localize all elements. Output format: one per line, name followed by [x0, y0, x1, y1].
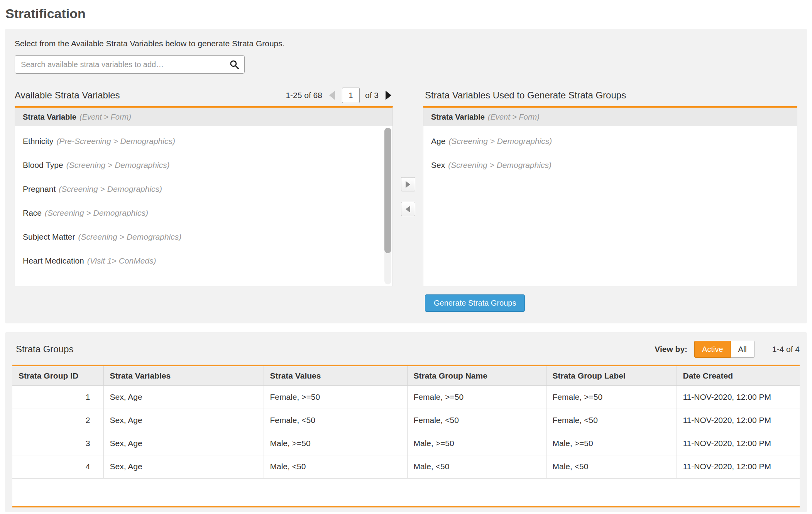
item-detail: (Pre-Screening > Demographics)	[56, 137, 175, 146]
view-by-toggle: Active All	[694, 341, 754, 358]
cell-group-id: 2	[12, 409, 103, 432]
move-right-button[interactable]	[401, 177, 415, 191]
selected-listbox: Strata Variable (Event > Form) Age (Scre…	[423, 106, 797, 286]
cell-strata-variables: Sex, Age	[103, 455, 264, 478]
search-input[interactable]	[15, 55, 245, 74]
selected-title: Strata Variables Used to Generate Strata…	[425, 90, 626, 101]
item-detail: (Screening > Demographics)	[448, 161, 551, 170]
view-active-button[interactable]: Active	[694, 341, 731, 358]
chevron-right-icon	[406, 181, 410, 188]
next-page-button[interactable]	[384, 89, 393, 101]
column-header: Strata Variables	[103, 366, 264, 386]
scrollbar-track[interactable]	[384, 128, 391, 284]
item-detail: (Screening > Demographics)	[59, 184, 162, 194]
search-icon[interactable]	[229, 59, 239, 69]
item-detail: (Screening > Demographics)	[448, 137, 552, 146]
item-name: Ethnicity	[23, 137, 53, 146]
item-name: Age	[431, 137, 445, 146]
cell-date-created: 11-NOV-2020, 12:00 PM	[677, 409, 800, 432]
selected-list: Age (Screening > Demographics) Sex (Scre…	[423, 126, 797, 177]
cell-group-id: 3	[12, 432, 103, 455]
table-row[interactable]: 1 Sex, Age Female, >=50 Female, >=50 Fem…	[12, 386, 800, 409]
list-header-name: Strata Variable	[431, 113, 485, 122]
strata-groups-table: Strata Group ID Strata Variables Strata …	[12, 365, 800, 507]
cell-date-created: 11-NOV-2020, 12:00 PM	[677, 386, 800, 409]
cell-date-created: 11-NOV-2020, 12:00 PM	[677, 455, 800, 478]
selected-list-header: Strata Variable (Event > Form)	[423, 108, 797, 126]
cell-group-name: Female, <50	[407, 409, 546, 432]
list-header-detail: (Event > Form)	[80, 113, 131, 122]
scrollbar-thumb[interactable]	[384, 128, 391, 253]
list-item[interactable]: Pregnant (Screening > Demographics)	[15, 177, 392, 201]
view-all-button[interactable]: All	[731, 341, 754, 358]
cell-strata-values: Female, >=50	[264, 386, 407, 409]
list-item[interactable]: Age (Screening > Demographics)	[423, 129, 797, 153]
cell-strata-values: Male, >=50	[264, 432, 407, 455]
instruction-text: Select from the Available Strata Variabl…	[15, 39, 797, 48]
chevron-left-icon	[406, 206, 410, 213]
column-header: Date Created	[677, 366, 800, 386]
column-header: Strata Group Label	[546, 366, 677, 386]
item-detail: (Visit 1> ConMeds)	[87, 256, 156, 265]
column-header: Strata Values	[264, 366, 407, 386]
column-header: Strata Group Name	[407, 366, 546, 386]
search-bar	[15, 55, 245, 74]
item-name: Pregnant	[23, 184, 56, 194]
cell-group-id: 1	[12, 386, 103, 409]
cell-group-label: Female, <50	[546, 409, 677, 432]
stratification-selector-panel: Select from the Available Strata Variabl…	[5, 29, 807, 323]
cell-group-name: Male, >=50	[407, 432, 546, 455]
list-item[interactable]: Race (Screening > Demographics)	[15, 201, 392, 225]
list-item[interactable]: Ethnicity (Pre-Screening > Demographics)	[15, 129, 392, 153]
strata-groups-panel: Strata Groups View by: Active All 1-4 of…	[5, 332, 807, 512]
list-item[interactable]: Heart Medication (Visit 1> ConMeds)	[15, 249, 392, 273]
list-header-detail: (Event > Form)	[488, 113, 540, 122]
page-title: Stratification	[5, 6, 812, 21]
transfer-columns: Available Strata Variables 1-25 of 68 of…	[15, 85, 797, 312]
item-name: Blood Type	[23, 161, 63, 170]
prev-page-button[interactable]	[328, 89, 337, 101]
item-name: Heart Medication	[23, 256, 84, 265]
groups-header: Strata Groups View by: Active All 1-4 of…	[16, 340, 800, 358]
cell-group-name: Female, >=50	[407, 386, 546, 409]
available-column: Available Strata Variables 1-25 of 68 of…	[15, 85, 393, 286]
cell-strata-values: Male, <50	[264, 455, 407, 478]
list-item[interactable]: Blood Type (Screening > Demographics)	[15, 153, 392, 177]
item-detail: (Screening > Demographics)	[45, 208, 148, 218]
table-row[interactable]: 2 Sex, Age Female, <50 Female, <50 Femal…	[12, 409, 800, 432]
item-detail: (Screening > Demographics)	[78, 232, 181, 242]
cell-group-id: 4	[12, 455, 103, 478]
page-number-input[interactable]	[342, 88, 360, 103]
table-empty-area	[12, 478, 800, 506]
available-list: Ethnicity (Pre-Screening > Demographics)…	[15, 126, 392, 273]
cell-group-label: Female, >=50	[546, 386, 677, 409]
column-header: Strata Group ID	[12, 366, 103, 386]
cell-group-label: Male, >=50	[546, 432, 677, 455]
generate-strata-groups-button[interactable]: Generate Strata Groups	[425, 294, 525, 312]
cell-strata-variables: Sex, Age	[103, 386, 264, 409]
item-detail: (Screening > Demographics)	[66, 161, 170, 170]
table-row[interactable]: 3 Sex, Age Male, >=50 Male, >=50 Male, >…	[12, 432, 800, 455]
cell-date-created: 11-NOV-2020, 12:00 PM	[677, 432, 800, 455]
item-name: Subject Matter	[23, 232, 75, 242]
view-by-controls: View by: Active All 1-4 of 4	[655, 341, 800, 358]
view-by-label: View by:	[655, 345, 687, 354]
cell-strata-values: Female, <50	[264, 409, 407, 432]
selected-column: Strata Variables Used to Generate Strata…	[423, 85, 797, 312]
list-item[interactable]: Sex (Screening > Demographics)	[423, 153, 797, 177]
list-item[interactable]: Subject Matter (Screening > Demographics…	[15, 225, 392, 249]
pagination-range: 1-25 of 68	[286, 91, 322, 100]
available-list-header: Strata Variable (Event > Form)	[15, 108, 392, 126]
chevron-right-icon	[386, 91, 391, 100]
list-header-name: Strata Variable	[23, 113, 76, 122]
cell-strata-variables: Sex, Age	[103, 409, 264, 432]
available-title: Available Strata Variables	[15, 90, 120, 101]
move-left-button[interactable]	[401, 202, 415, 216]
groups-title: Strata Groups	[16, 344, 73, 355]
page-of-label: of 3	[365, 91, 379, 100]
cell-group-label: Male, <50	[546, 455, 677, 478]
groups-count: 1-4 of 4	[772, 345, 800, 354]
cell-strata-variables: Sex, Age	[103, 432, 264, 455]
table-row[interactable]: 4 Sex, Age Male, <50 Male, <50 Male, <50…	[12, 455, 800, 478]
chevron-left-icon	[329, 91, 335, 100]
